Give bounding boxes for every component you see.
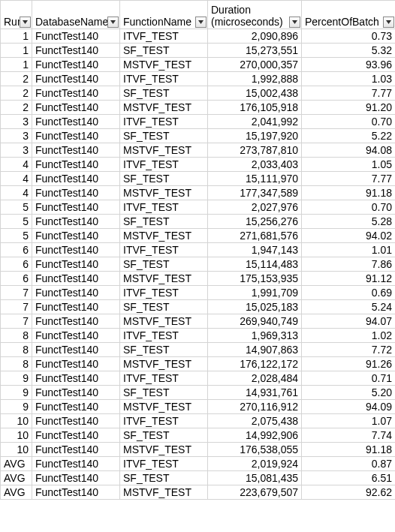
cell-run[interactable]: 4	[1, 186, 32, 200]
cell-duration[interactable]: 176,538,055	[208, 443, 302, 457]
cell-run[interactable]: AVG	[1, 471, 32, 485]
cell-function[interactable]: MSTVF_TEST	[120, 272, 208, 286]
cell-database[interactable]: FunctTest140	[32, 29, 120, 44]
cell-percent[interactable]: 91.20	[302, 101, 396, 115]
cell-duration[interactable]: 15,114,483	[208, 257, 302, 272]
cell-database[interactable]: FunctTest140	[32, 229, 120, 243]
cell-function[interactable]: ITVF_TEST	[120, 29, 208, 44]
cell-duration[interactable]: 1,991,709	[208, 286, 302, 300]
cell-function[interactable]: ITVF_TEST	[120, 200, 208, 215]
cell-database[interactable]: FunctTest140	[32, 129, 120, 143]
cell-run[interactable]: 6	[1, 257, 32, 272]
cell-function[interactable]: MSTVF_TEST	[120, 58, 208, 72]
cell-database[interactable]: FunctTest140	[32, 257, 120, 272]
cell-run[interactable]: 7	[1, 314, 32, 329]
cell-percent[interactable]: 7.72	[302, 343, 396, 357]
cell-percent[interactable]: 5.32	[302, 44, 396, 58]
cell-function[interactable]: SF_TEST	[120, 44, 208, 58]
cell-percent[interactable]: 0.71	[302, 371, 396, 386]
cell-run[interactable]: 2	[1, 101, 32, 115]
cell-run[interactable]: 2	[1, 72, 32, 86]
cell-run[interactable]: 3	[1, 129, 32, 143]
filter-button-database[interactable]	[107, 17, 119, 28]
cell-run[interactable]: 3	[1, 143, 32, 158]
cell-run[interactable]: 1	[1, 29, 32, 44]
cell-duration[interactable]: 2,041,992	[208, 115, 302, 129]
cell-duration[interactable]: 269,940,749	[208, 314, 302, 329]
cell-run[interactable]: 9	[1, 371, 32, 386]
cell-run[interactable]: 7	[1, 300, 32, 314]
cell-duration[interactable]: 1,992,888	[208, 72, 302, 86]
cell-duration[interactable]: 14,931,761	[208, 386, 302, 400]
cell-duration[interactable]: 223,679,507	[208, 485, 302, 500]
cell-run[interactable]: AVG	[1, 485, 32, 500]
cell-duration[interactable]: 2,027,976	[208, 200, 302, 215]
cell-function[interactable]: SF_TEST	[120, 300, 208, 314]
cell-function[interactable]: MSTVF_TEST	[120, 400, 208, 414]
cell-percent[interactable]: 5.28	[302, 215, 396, 229]
cell-duration[interactable]: 15,081,435	[208, 471, 302, 485]
cell-duration[interactable]: 273,787,810	[208, 143, 302, 158]
cell-function[interactable]: ITVF_TEST	[120, 158, 208, 172]
cell-duration[interactable]: 175,153,935	[208, 272, 302, 286]
cell-function[interactable]: SF_TEST	[120, 257, 208, 272]
cell-percent[interactable]: 91.26	[302, 357, 396, 371]
cell-database[interactable]: FunctTest140	[32, 72, 120, 86]
cell-percent[interactable]: 6.51	[302, 471, 396, 485]
cell-function[interactable]: SF_TEST	[120, 471, 208, 485]
cell-function[interactable]: ITVF_TEST	[120, 72, 208, 86]
cell-percent[interactable]: 91.18	[302, 443, 396, 457]
cell-function[interactable]: MSTVF_TEST	[120, 357, 208, 371]
cell-function[interactable]: SF_TEST	[120, 215, 208, 229]
cell-database[interactable]: FunctTest140	[32, 44, 120, 58]
cell-percent[interactable]: 0.70	[302, 115, 396, 129]
cell-database[interactable]: FunctTest140	[32, 357, 120, 371]
cell-duration[interactable]: 15,111,970	[208, 172, 302, 186]
cell-database[interactable]: FunctTest140	[32, 143, 120, 158]
cell-percent[interactable]: 0.70	[302, 200, 396, 215]
cell-duration[interactable]: 15,002,438	[208, 86, 302, 101]
cell-percent[interactable]: 94.09	[302, 400, 396, 414]
cell-function[interactable]: SF_TEST	[120, 172, 208, 186]
cell-function[interactable]: ITVF_TEST	[120, 115, 208, 129]
cell-percent[interactable]: 0.87	[302, 457, 396, 471]
cell-database[interactable]: FunctTest140	[32, 86, 120, 101]
cell-percent[interactable]: 7.74	[302, 428, 396, 443]
cell-run[interactable]: 9	[1, 400, 32, 414]
cell-function[interactable]: MSTVF_TEST	[120, 143, 208, 158]
cell-duration[interactable]: 15,025,183	[208, 300, 302, 314]
cell-percent[interactable]: 1.03	[302, 72, 396, 86]
header-percent[interactable]: PercentOfBatch	[302, 1, 396, 29]
cell-duration[interactable]: 270,000,357	[208, 58, 302, 72]
cell-duration[interactable]: 15,273,551	[208, 44, 302, 58]
cell-percent[interactable]: 0.73	[302, 29, 396, 44]
cell-run[interactable]: 9	[1, 386, 32, 400]
cell-database[interactable]: FunctTest140	[32, 414, 120, 428]
cell-duration[interactable]: 1,947,143	[208, 243, 302, 257]
cell-database[interactable]: FunctTest140	[32, 200, 120, 215]
cell-database[interactable]: FunctTest140	[32, 371, 120, 386]
cell-run[interactable]: 2	[1, 86, 32, 101]
cell-duration[interactable]: 15,197,920	[208, 129, 302, 143]
cell-database[interactable]: FunctTest140	[32, 101, 120, 115]
cell-run[interactable]: 8	[1, 329, 32, 343]
cell-run[interactable]: 10	[1, 428, 32, 443]
cell-percent[interactable]: 5.24	[302, 300, 396, 314]
cell-percent[interactable]: 7.77	[302, 172, 396, 186]
cell-run[interactable]: 4	[1, 158, 32, 172]
cell-percent[interactable]: 5.22	[302, 129, 396, 143]
cell-percent[interactable]: 0.69	[302, 286, 396, 300]
cell-percent[interactable]: 91.18	[302, 186, 396, 200]
header-duration[interactable]: Duration (microseconds)	[208, 1, 302, 29]
cell-function[interactable]: ITVF_TEST	[120, 457, 208, 471]
cell-run[interactable]: 5	[1, 200, 32, 215]
cell-run[interactable]: 10	[1, 414, 32, 428]
cell-run[interactable]: 10	[1, 443, 32, 457]
cell-run[interactable]: 8	[1, 357, 32, 371]
cell-database[interactable]: FunctTest140	[32, 172, 120, 186]
cell-function[interactable]: MSTVF_TEST	[120, 314, 208, 329]
cell-run[interactable]: 5	[1, 215, 32, 229]
cell-duration[interactable]: 14,992,906	[208, 428, 302, 443]
filter-button-run[interactable]	[20, 17, 31, 28]
cell-database[interactable]: FunctTest140	[32, 314, 120, 329]
